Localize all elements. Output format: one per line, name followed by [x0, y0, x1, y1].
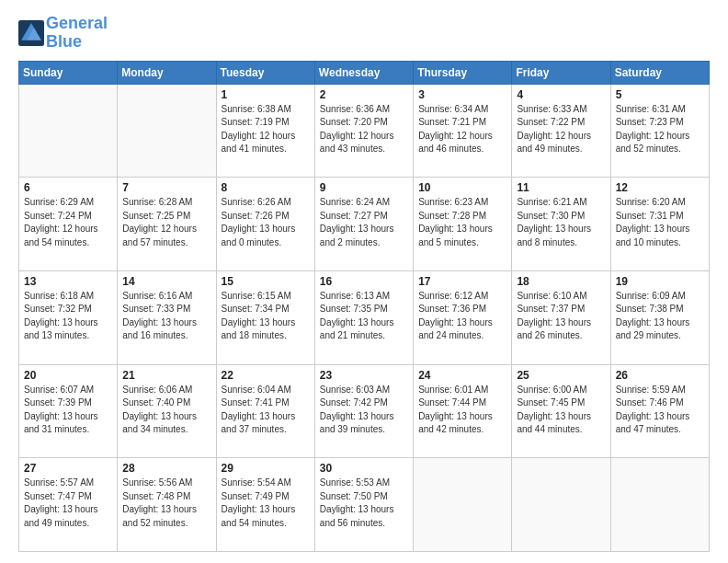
daylight-text: Daylight: 13 hours and 34 minutes.: [122, 410, 210, 437]
calendar-cell: 10Sunrise: 6:23 AMSunset: 7:28 PMDayligh…: [414, 178, 512, 271]
sunrise-text: Sunrise: 6:33 AM: [517, 103, 605, 117]
day-number: 20: [24, 369, 112, 382]
day-number: 23: [320, 369, 408, 382]
sunrise-text: Sunrise: 6:21 AM: [517, 196, 605, 210]
calendar-cell: 14Sunrise: 6:16 AMSunset: 7:33 PMDayligh…: [118, 270, 216, 364]
sunset-text: Sunset: 7:38 PM: [616, 303, 704, 316]
sunrise-text: Sunrise: 6:26 AM: [222, 196, 310, 210]
sunrise-text: Sunrise: 6:31 AM: [616, 103, 704, 117]
day-number: 17: [418, 275, 506, 288]
daylight-text: Daylight: 13 hours and 5 minutes.: [418, 223, 506, 249]
sunrise-text: Sunrise: 5:59 AM: [616, 384, 704, 397]
day-number: 10: [418, 181, 506, 194]
sunrise-text: Sunrise: 6:34 AM: [418, 103, 506, 117]
sunset-text: Sunset: 7:27 PM: [320, 210, 408, 224]
sunrise-text: Sunrise: 6:36 AM: [320, 103, 408, 117]
day-number: 25: [517, 369, 605, 382]
sunrise-text: Sunrise: 6:24 AM: [320, 196, 408, 210]
sunrise-text: Sunrise: 5:57 AM: [24, 477, 112, 490]
daylight-text: Daylight: 12 hours and 46 minutes.: [418, 130, 506, 156]
sunrise-text: Sunrise: 6:01 AM: [418, 384, 506, 397]
header: General Blue: [18, 15, 710, 52]
calendar-cell: 9Sunrise: 6:24 AMSunset: 7:27 PMDaylight…: [314, 178, 413, 271]
calendar-cell: 30Sunrise: 5:53 AMSunset: 7:50 PMDayligh…: [314, 458, 413, 552]
daylight-text: Daylight: 13 hours and 8 minutes.: [517, 223, 605, 249]
day-number: 7: [122, 181, 210, 194]
daylight-text: Daylight: 12 hours and 52 minutes.: [616, 130, 704, 156]
day-number: 22: [222, 369, 310, 382]
calendar-cell: 1Sunrise: 6:38 AMSunset: 7:19 PMDaylight…: [216, 84, 314, 178]
sunset-text: Sunset: 7:45 PM: [517, 396, 605, 410]
sunrise-text: Sunrise: 6:03 AM: [320, 384, 408, 397]
sunrise-text: Sunrise: 6:20 AM: [616, 196, 704, 210]
day-number: 3: [418, 88, 506, 101]
sunrise-text: Sunrise: 6:09 AM: [616, 290, 704, 304]
calendar-week-5: 27Sunrise: 5:57 AMSunset: 7:47 PMDayligh…: [19, 458, 710, 552]
day-number: 6: [24, 181, 112, 194]
day-number: 28: [122, 462, 210, 475]
calendar-header-row: SundayMondayTuesdayWednesdayThursdayFrid…: [19, 61, 710, 84]
calendar-header-sunday: Sunday: [19, 61, 118, 84]
daylight-text: Daylight: 12 hours and 43 minutes.: [320, 130, 408, 156]
daylight-text: Daylight: 13 hours and 13 minutes.: [24, 316, 112, 343]
sunset-text: Sunset: 7:41 PM: [222, 396, 310, 410]
sunrise-text: Sunrise: 6:18 AM: [24, 290, 112, 304]
day-number: 26: [616, 369, 704, 382]
day-number: 19: [616, 275, 704, 288]
sunset-text: Sunset: 7:39 PM: [24, 396, 112, 410]
daylight-text: Daylight: 12 hours and 57 minutes.: [122, 223, 210, 249]
calendar-week-3: 13Sunrise: 6:18 AMSunset: 7:32 PMDayligh…: [19, 270, 710, 364]
sunset-text: Sunset: 7:22 PM: [517, 116, 605, 130]
sunset-text: Sunset: 7:26 PM: [222, 210, 310, 224]
daylight-text: Daylight: 12 hours and 41 minutes.: [222, 130, 310, 156]
daylight-text: Daylight: 13 hours and 56 minutes.: [320, 503, 408, 530]
sunset-text: Sunset: 7:32 PM: [24, 303, 112, 316]
calendar-week-4: 20Sunrise: 6:07 AMSunset: 7:39 PMDayligh…: [19, 364, 710, 458]
calendar-cell: 2Sunrise: 6:36 AMSunset: 7:20 PMDaylight…: [314, 84, 413, 178]
calendar-table: SundayMondayTuesdayWednesdayThursdayFrid…: [18, 61, 710, 552]
daylight-text: Daylight: 13 hours and 24 minutes.: [418, 316, 506, 343]
day-number: 27: [24, 462, 112, 475]
calendar-cell: 11Sunrise: 6:21 AMSunset: 7:30 PMDayligh…: [512, 178, 610, 271]
day-number: 11: [517, 181, 605, 194]
day-number: 29: [222, 462, 310, 475]
day-number: 14: [122, 275, 210, 288]
sunset-text: Sunset: 7:20 PM: [320, 116, 408, 130]
calendar-cell: 26Sunrise: 5:59 AMSunset: 7:46 PMDayligh…: [610, 364, 709, 458]
daylight-text: Daylight: 13 hours and 26 minutes.: [517, 316, 605, 343]
sunrise-text: Sunrise: 5:54 AM: [222, 477, 310, 490]
sunset-text: Sunset: 7:49 PM: [222, 490, 310, 504]
sunrise-text: Sunrise: 6:23 AM: [418, 196, 506, 210]
sunrise-text: Sunrise: 6:29 AM: [24, 196, 112, 210]
sunset-text: Sunset: 7:33 PM: [122, 303, 210, 316]
sunset-text: Sunset: 7:48 PM: [122, 490, 210, 504]
day-number: 16: [320, 275, 408, 288]
daylight-text: Daylight: 13 hours and 2 minutes.: [320, 223, 408, 249]
calendar-header-tuesday: Tuesday: [216, 61, 314, 84]
sunrise-text: Sunrise: 6:12 AM: [418, 290, 506, 304]
sunset-text: Sunset: 7:19 PM: [222, 116, 310, 130]
calendar-cell: 3Sunrise: 6:34 AMSunset: 7:21 PMDaylight…: [414, 84, 512, 178]
calendar-week-1: 1Sunrise: 6:38 AMSunset: 7:19 PMDaylight…: [19, 84, 710, 178]
sunrise-text: Sunrise: 6:00 AM: [517, 384, 605, 397]
calendar-cell: 19Sunrise: 6:09 AMSunset: 7:38 PMDayligh…: [610, 270, 709, 364]
sunrise-text: Sunrise: 6:13 AM: [320, 290, 408, 304]
calendar-cell: 23Sunrise: 6:03 AMSunset: 7:42 PMDayligh…: [314, 364, 413, 458]
daylight-text: Daylight: 13 hours and 0 minutes.: [222, 223, 310, 249]
calendar-cell: 4Sunrise: 6:33 AMSunset: 7:22 PMDaylight…: [512, 84, 610, 178]
daylight-text: Daylight: 13 hours and 21 minutes.: [320, 316, 408, 343]
calendar-cell: 6Sunrise: 6:29 AMSunset: 7:24 PMDaylight…: [19, 178, 118, 271]
calendar-cell: 25Sunrise: 6:00 AMSunset: 7:45 PMDayligh…: [512, 364, 610, 458]
calendar-header-monday: Monday: [118, 61, 216, 84]
day-number: 13: [24, 275, 112, 288]
sunrise-text: Sunrise: 6:15 AM: [222, 290, 310, 304]
sunset-text: Sunset: 7:23 PM: [616, 116, 704, 130]
calendar-cell: 29Sunrise: 5:54 AMSunset: 7:49 PMDayligh…: [216, 458, 314, 552]
day-number: 4: [517, 88, 605, 101]
daylight-text: Daylight: 13 hours and 10 minutes.: [616, 223, 704, 249]
sunrise-text: Sunrise: 6:28 AM: [122, 196, 210, 210]
sunrise-text: Sunrise: 6:07 AM: [24, 384, 112, 397]
calendar-cell: 12Sunrise: 6:20 AMSunset: 7:31 PMDayligh…: [610, 178, 709, 271]
calendar-cell: 21Sunrise: 6:06 AMSunset: 7:40 PMDayligh…: [118, 364, 216, 458]
calendar-cell: 7Sunrise: 6:28 AMSunset: 7:25 PMDaylight…: [118, 178, 216, 271]
